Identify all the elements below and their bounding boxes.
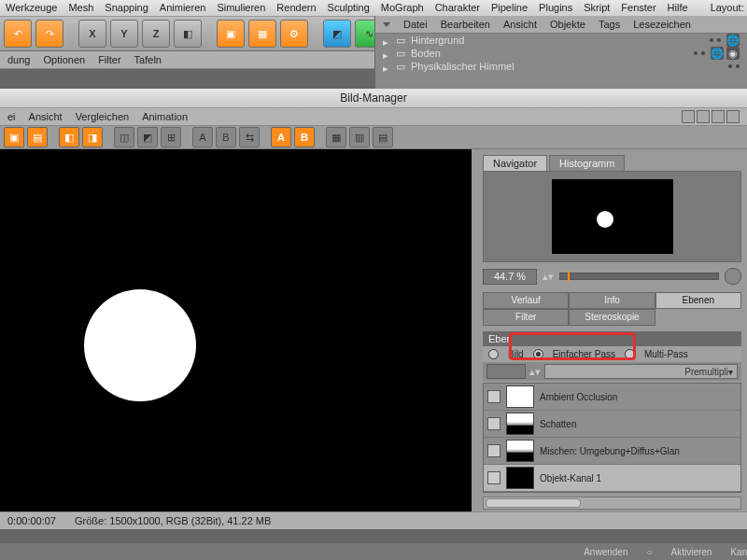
visibility-toggle[interactable] <box>487 471 500 484</box>
pv-tool-b[interactable]: B <box>294 127 315 147</box>
stepper-icon[interactable]: ▴▾ <box>543 271 554 283</box>
pv-tool-9[interactable]: B <box>216 127 236 147</box>
stepper-icon[interactable]: ▴▾ <box>529 366 541 378</box>
tab-ebenen[interactable]: Ebenen <box>655 292 741 309</box>
tag-icon[interactable]: 🌐 <box>726 34 740 47</box>
tab-verlauf[interactable]: Verlauf <box>483 292 569 309</box>
pv-tool-6[interactable]: ◩ <box>137 127 158 147</box>
om-menu-lesezeichen[interactable]: Lesezeichen <box>633 19 691 30</box>
axis-z-button[interactable]: Z <box>142 20 170 48</box>
primitive-cube-button[interactable]: ◩ <box>323 20 351 48</box>
expand-icon[interactable]: ▸ <box>383 63 390 70</box>
window-button[interactable] <box>682 110 695 123</box>
menu-fenster[interactable]: Fenster <box>621 0 655 16</box>
attr-anwenden[interactable]: Anwenden <box>584 547 627 557</box>
tab-stereoskopie[interactable]: Stereoskopie <box>569 309 655 326</box>
zoom-value[interactable]: 44.7 % <box>483 269 537 285</box>
render-region-button[interactable]: ▦ <box>248 20 276 48</box>
render-canvas[interactable]: ↖ <box>0 149 472 511</box>
axis-y-button[interactable]: Y <box>110 20 138 48</box>
mouse-cursor-icon: ↖ <box>93 336 105 351</box>
tag-icon[interactable]: ◉ <box>726 47 740 60</box>
expand-icon[interactable]: ▸ <box>383 49 390 57</box>
window-button[interactable] <box>726 110 740 123</box>
radio-bild[interactable] <box>488 349 499 359</box>
window-button[interactable] <box>712 110 725 123</box>
tab-navigator[interactable]: Navigator <box>483 155 547 171</box>
tool-undo[interactable]: ↶ <box>4 20 32 48</box>
menu-skript[interactable]: Skript <box>584 0 610 16</box>
tool-redo[interactable]: ↷ <box>35 20 63 48</box>
view-option-2[interactable]: Optionen <box>43 54 85 65</box>
tab-info[interactable]: Info <box>569 292 655 309</box>
render-settings-button[interactable]: ⚙ <box>280 20 308 48</box>
zoom-slider[interactable] <box>559 273 719 280</box>
zoom-reset-button[interactable] <box>725 268 741 285</box>
tab-filter[interactable]: Filter <box>483 309 569 326</box>
pv-tool-8[interactable]: A <box>192 127 213 147</box>
pv-menu-datei[interactable]: ei <box>7 111 16 122</box>
menu-mograph[interactable]: MoGraph <box>381 0 424 16</box>
menu-werkzeuge[interactable]: Werkzeuge <box>6 0 57 16</box>
layer-row[interactable]: Objekt-Kanal 1 <box>484 465 740 492</box>
opacity-field[interactable] <box>486 364 526 379</box>
pv-tool-11[interactable]: ▦ <box>326 127 346 147</box>
object-row-boden[interactable]: ▸ ▭ Boden 🌐◉ <box>375 47 747 60</box>
view-option-4[interactable]: Tafeln <box>134 54 162 65</box>
pv-menu-ansicht[interactable]: Ansicht <box>29 111 63 122</box>
menu-simulieren[interactable]: Simulieren <box>217 0 265 16</box>
attr-aktivieren[interactable]: Aktivieren <box>671 547 712 557</box>
pv-tool-5[interactable]: ◫ <box>114 127 134 147</box>
navigator-preview[interactable] <box>483 171 741 262</box>
render-view-button[interactable]: ▣ <box>217 20 245 48</box>
axis-x-button[interactable]: X <box>78 20 106 48</box>
pv-tool-2[interactable]: ▤ <box>27 127 48 147</box>
pv-tool-10[interactable]: ⇆ <box>239 127 260 147</box>
menu-sculpting[interactable]: Sculpting <box>328 0 370 16</box>
panel-chevron-icon[interactable] <box>383 22 390 27</box>
object-row-himmel[interactable]: ▸ ▭ Physikalischer Himmel <box>375 60 747 73</box>
layer-row[interactable]: Schatten <box>484 411 740 438</box>
tab-histogramm[interactable]: Histogramm <box>549 155 625 171</box>
horizontal-scrollbar[interactable] <box>483 497 741 510</box>
om-menu-bearbeiten[interactable]: Bearbeiten <box>441 19 490 30</box>
om-menu-datei[interactable]: Datei <box>403 19 428 30</box>
menu-pipeline[interactable]: Pipeline <box>491 0 528 16</box>
pv-tool-4[interactable]: ◨ <box>82 127 103 147</box>
object-row-hintergrund[interactable]: ▸ ▭ Hintergrund 🌐 <box>375 34 747 47</box>
radio-einfacher-pass[interactable] <box>533 349 543 359</box>
expand-icon[interactable]: ▸ <box>383 36 390 44</box>
tag-icon[interactable]: 🌐 <box>711 47 724 60</box>
menu-plugins[interactable]: Plugins <box>539 0 572 16</box>
menu-charakter[interactable]: Charakter <box>435 0 480 16</box>
menu-rendern[interactable]: Rendern <box>276 0 316 16</box>
om-menu-tags[interactable]: Tags <box>599 19 620 30</box>
om-menu-objekte[interactable]: Objekte <box>550 19 585 30</box>
pv-tool-12[interactable]: ▥ <box>349 127 370 147</box>
visibility-toggle[interactable] <box>487 390 500 403</box>
pv-tool-a[interactable]: A <box>271 127 291 147</box>
layer-row[interactable]: Mischen: Umgebung+Diffus+Glan <box>484 438 740 465</box>
menu-hilfe[interactable]: Hilfe <box>668 0 688 16</box>
visibility-toggle[interactable] <box>487 417 500 430</box>
world-axis-button[interactable]: ◧ <box>174 20 202 48</box>
visibility-toggle[interactable] <box>487 444 500 457</box>
view-option-1[interactable]: dung <box>7 54 30 65</box>
menu-mesh[interactable]: Mesh <box>68 0 93 16</box>
om-menu-ansicht[interactable]: Ansicht <box>503 19 537 30</box>
pv-tool-3[interactable]: ◧ <box>59 127 79 147</box>
pv-tool-7[interactable]: ⊞ <box>161 127 181 147</box>
window-button[interactable] <box>697 110 710 123</box>
pv-menu-animation[interactable]: Animation <box>142 111 188 122</box>
pv-menu-vergleichen[interactable]: Vergleichen <box>76 111 130 122</box>
pv-tool-13[interactable]: ▤ <box>373 127 393 147</box>
blend-mode-dropdown[interactable]: Premultipli ▾ <box>544 364 738 379</box>
pv-tool-1[interactable]: ▣ <box>4 127 24 147</box>
radio-multi-pass[interactable] <box>625 349 635 359</box>
object-tree[interactable]: ▸ ▭ Hintergrund 🌐 ▸ ▭ Boden 🌐◉ ▸ ▭ Physi… <box>375 34 747 91</box>
menu-animieren[interactable]: Animieren <box>160 0 206 16</box>
layer-row[interactable]: Ambient Occlusion <box>484 384 740 411</box>
view-option-3[interactable]: Filter <box>98 54 120 65</box>
attr-kanal[interactable]: Kanal <box>730 547 747 557</box>
menu-snapping[interactable]: Snapping <box>105 0 148 16</box>
